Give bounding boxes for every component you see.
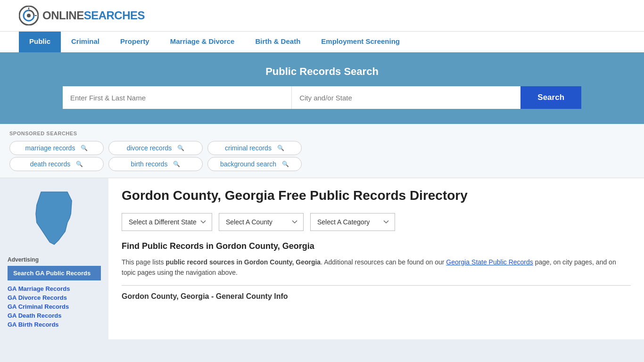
search-icon-5: 🔍	[282, 161, 289, 167]
search-banner: Public Records Search Search	[0, 52, 644, 124]
find-records-text: This page lists public record sources in…	[122, 257, 631, 278]
nav-criminal[interactable]: Criminal	[61, 32, 110, 52]
find-records-title: Find Public Records in Gordon County, Ge…	[122, 241, 631, 251]
state-dropdown[interactable]: Select a Different State	[122, 213, 212, 231]
sponsored-label: SPONSORED SEARCHES	[9, 131, 635, 136]
nav-public[interactable]: Public	[19, 32, 61, 52]
search-icon-1: 🔍	[177, 145, 184, 151]
sidebar-ad-highlight[interactable]: Search GA Public Records	[8, 266, 101, 280]
search-button[interactable]: Search	[520, 86, 581, 109]
name-input[interactable]	[63, 86, 292, 109]
logo-searches: SEARCHES	[84, 9, 145, 22]
svg-point-1	[27, 14, 31, 17]
sidebar-link-criminal[interactable]: GA Criminal Records	[8, 303, 101, 310]
georgia-state-shape	[26, 188, 83, 249]
search-icon-4: 🔍	[173, 161, 180, 167]
sidebar-link-divorce[interactable]: GA Divorce Records	[8, 294, 101, 301]
county-info-header: Gordon County, Georgia - General County …	[122, 285, 631, 301]
search-banner-title: Public Records Search	[19, 66, 625, 78]
county-dropdown[interactable]: Select A County	[219, 213, 304, 231]
search-icon-0: 🔍	[81, 145, 88, 151]
pill-background[interactable]: background search 🔍	[207, 157, 302, 171]
find-text-bold: public record sources in Gordon County, …	[165, 258, 321, 266]
page-title: Gordon County, Georgia Free Public Recor…	[122, 188, 631, 204]
pill-death-label: death records	[30, 160, 71, 168]
pill-marriage[interactable]: marriage records 🔍	[9, 141, 104, 155]
logo-online: ONLINE	[42, 9, 84, 22]
nav-marriage-divorce[interactable]: Marriage & Divorce	[160, 32, 245, 52]
pill-divorce[interactable]: divorce records 🔍	[108, 141, 203, 155]
pill-divorce-label: divorce records	[127, 144, 172, 152]
nav-employment[interactable]: Employment Screening	[311, 32, 410, 52]
main-content: Gordon County, Georgia Free Public Recor…	[108, 178, 644, 339]
logo: ONLINESEARCHES	[19, 6, 145, 25]
header: ONLINESEARCHES	[0, 0, 644, 31]
sidebar: Advertising Search GA Public Records GA …	[0, 178, 108, 339]
find-text-1: This page lists	[122, 258, 165, 266]
logo-text: ONLINESEARCHES	[42, 9, 145, 22]
category-dropdown[interactable]: Select A Category	[310, 213, 395, 231]
sidebar-ad-label: Advertising	[8, 256, 101, 263]
search-icon-2: 🔍	[277, 145, 284, 151]
pill-criminal[interactable]: criminal records 🔍	[207, 141, 302, 155]
nav-birth-death[interactable]: Birth & Death	[245, 32, 311, 52]
logo-icon	[19, 6, 39, 25]
georgia-state-records-link[interactable]: Georgia State Public Records	[446, 258, 533, 266]
dropdowns-row: Select a Different State Select A County…	[122, 213, 631, 231]
pill-birth[interactable]: birth records 🔍	[108, 157, 203, 171]
pill-marriage-label: marriage records	[25, 144, 75, 152]
sponsored-pills: marriage records 🔍 divorce records 🔍 cri…	[9, 141, 635, 155]
nav-property[interactable]: Property	[110, 32, 160, 52]
pill-death[interactable]: death records 🔍	[9, 157, 104, 171]
main-nav: Public Criminal Property Marriage & Divo…	[0, 31, 644, 52]
content-wrapper: Advertising Search GA Public Records GA …	[0, 178, 644, 339]
sidebar-link-death[interactable]: GA Death Records	[8, 312, 101, 319]
sponsored-pills-2: death records 🔍 birth records 🔍 backgrou…	[9, 157, 635, 171]
find-text-2: . Additional resources can be found on o…	[321, 258, 446, 266]
sidebar-link-marriage[interactable]: GA Marriage Records	[8, 285, 101, 292]
pill-criminal-label: criminal records	[225, 144, 272, 152]
sidebar-link-birth[interactable]: GA Birth Records	[8, 321, 101, 328]
search-form: Search	[63, 86, 581, 109]
pill-background-label: background search	[220, 160, 276, 168]
sponsored-section: SPONSORED SEARCHES marriage records 🔍 di…	[0, 124, 644, 178]
pill-birth-label: birth records	[131, 160, 168, 168]
search-icon-3: 🔍	[76, 161, 83, 167]
location-input[interactable]	[292, 86, 520, 109]
